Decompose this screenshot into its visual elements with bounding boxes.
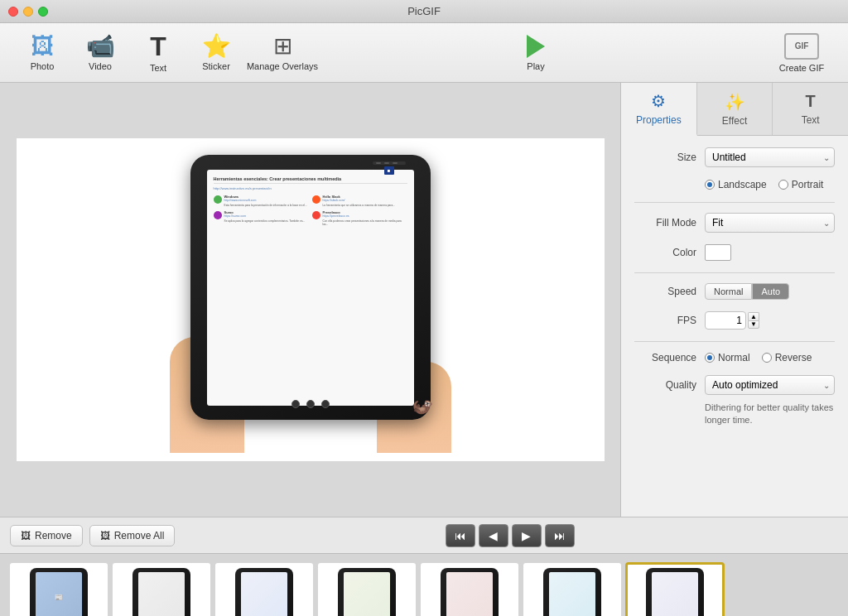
- fps-label: FPS: [634, 315, 696, 326]
- mini-screen-5: [446, 572, 493, 616]
- size-row: Size Untitled ⌄: [634, 147, 835, 167]
- video-label: Video: [89, 61, 112, 71]
- fps-input-wrap: ▲ ▼: [705, 311, 759, 330]
- title-bar: PicGIF: [0, 0, 848, 23]
- film-item-5[interactable]: 5: [421, 563, 518, 616]
- portrait-label: Portrait: [792, 179, 824, 190]
- canvas-frame: Herramientas esenciales: Crear presentac…: [17, 138, 605, 461]
- create-gif-button[interactable]: GIF Create GIF: [768, 33, 835, 73]
- nav-prev-button[interactable]: ◀: [479, 524, 508, 547]
- window-controls[interactable]: [8, 7, 48, 17]
- right-panel: ⚙ Properties ✨ Effect T Text Size Untitl…: [620, 83, 848, 517]
- bottom-controls: 🖼 Remove 🖼 Remove All ⏮ ◀ ▶ ⏭: [0, 517, 848, 553]
- sequence-normal-radio[interactable]: Normal: [705, 352, 750, 363]
- film-item-7[interactable]: 7: [626, 563, 724, 616]
- tab-effect-label: Effect: [722, 115, 747, 127]
- film-thumb-5: [421, 563, 518, 616]
- manage-label: Manage Overlays: [247, 61, 318, 71]
- toolbar-sticker[interactable]: ⭐ Sticker: [187, 28, 245, 78]
- film-item-3[interactable]: 3: [215, 563, 313, 616]
- fill-mode-row: Fill Mode Fit Fill Stretch ⌄: [634, 213, 835, 233]
- film-thumb-7: [626, 563, 724, 616]
- nav-first-icon: ⏮: [455, 529, 466, 542]
- speed-row: Speed Normal Auto: [634, 283, 835, 300]
- maximize-button[interactable]: [38, 7, 48, 17]
- fps-stepper: ▲ ▼: [748, 312, 759, 329]
- nav-next-button[interactable]: ▶: [512, 524, 542, 547]
- orientation-row: Landscape Portrait: [705, 179, 835, 190]
- nav-last-button[interactable]: ⏭: [545, 524, 575, 547]
- tab-text-label: Text: [802, 114, 820, 126]
- nav-prev-icon: ◀: [489, 529, 498, 542]
- film-item-2[interactable]: 2: [113, 563, 210, 616]
- mini-tablet-3: [235, 568, 293, 616]
- create-gif-label: Create GIF: [779, 63, 824, 73]
- size-select-wrapper: Untitled ⌄: [705, 147, 835, 167]
- mini-screen-2: [138, 572, 185, 616]
- play-button[interactable]: Play: [527, 35, 545, 71]
- close-button[interactable]: [8, 7, 18, 17]
- canvas-area: Herramientas esenciales: Crear presentac…: [0, 83, 620, 517]
- fill-mode-select-wrapper: Fit Fill Stretch ⌄: [705, 213, 835, 233]
- nav-last-icon: ⏭: [554, 529, 566, 542]
- speed-auto-btn[interactable]: Auto: [752, 283, 789, 300]
- toolbar-photo[interactable]: 🖼 Photo: [13, 28, 71, 78]
- nav-first-button[interactable]: ⏮: [446, 524, 475, 547]
- mini-tablet-5: [441, 568, 499, 616]
- sequence-row: Sequence Normal Reverse: [634, 352, 835, 363]
- portrait-radio-circle: [778, 180, 788, 190]
- sticker-icon: ⭐: [202, 35, 231, 58]
- panel-tabs: ⚙ Properties ✨ Effect T Text: [621, 83, 848, 136]
- play-label: Play: [527, 61, 544, 71]
- size-select[interactable]: Untitled: [705, 147, 835, 167]
- speed-normal-btn[interactable]: Normal: [705, 283, 752, 300]
- landscape-radio[interactable]: Landscape: [705, 179, 767, 190]
- mini-tablet-1: 📰: [30, 568, 88, 616]
- toolbar-manage[interactable]: ⊞ Manage Overlays: [245, 28, 320, 78]
- landscape-radio-circle: [705, 180, 715, 190]
- toolbar-text[interactable]: T Text: [129, 28, 187, 78]
- fps-input[interactable]: [705, 311, 746, 330]
- film-thumb-2: [113, 563, 210, 616]
- portrait-radio[interactable]: Portrait: [778, 179, 824, 190]
- video-icon: 📹: [86, 35, 115, 58]
- mini-tablet-6: [543, 568, 601, 616]
- fps-row: FPS ▲ ▼: [634, 311, 835, 330]
- quality-label: Quality: [634, 379, 696, 391]
- gif-icon: GIF: [784, 33, 819, 60]
- filmstrip: 📰 1 2 3 4: [0, 553, 848, 616]
- tab-properties[interactable]: ⚙ Properties: [621, 83, 697, 136]
- photo-label: Photo: [31, 61, 55, 71]
- sequence-normal-label: Normal: [718, 352, 750, 363]
- quality-row: Quality Auto optimized Best Normal Low ⌄: [634, 375, 835, 395]
- tab-effect[interactable]: ✨ Effect: [697, 83, 773, 135]
- remove-button[interactable]: 🖼 Remove: [10, 525, 83, 546]
- fps-down-btn[interactable]: ▼: [748, 320, 759, 329]
- tab-properties-label: Properties: [636, 114, 682, 126]
- remove-all-button[interactable]: 🖼 Remove All: [89, 525, 176, 546]
- fps-up-btn[interactable]: ▲: [748, 312, 759, 320]
- remove-label: Remove: [35, 530, 72, 541]
- speed-group: Normal Auto: [705, 283, 789, 300]
- toolbar-video[interactable]: 📹 Video: [71, 28, 129, 78]
- landscape-label: Landscape: [718, 179, 767, 190]
- mini-screen-1: 📰: [36, 572, 82, 616]
- film-item-4[interactable]: 4: [318, 563, 416, 616]
- mini-tablet-4: [338, 568, 396, 616]
- main-area: Herramientas esenciales: Crear presentac…: [0, 83, 848, 517]
- mini-screen-6: [549, 572, 595, 616]
- film-item-1[interactable]: 📰 1: [10, 563, 108, 616]
- sequence-reverse-radio[interactable]: Reverse: [762, 352, 812, 363]
- remove-all-icon: 🖼: [100, 530, 110, 541]
- film-item-6[interactable]: 6: [523, 563, 621, 616]
- tab-text[interactable]: T Text: [773, 83, 848, 135]
- toolbar: 🖼 Photo 📹 Video T Text ⭐ Sticker ⊞ Manag…: [0, 23, 848, 83]
- minimize-button[interactable]: [23, 7, 33, 17]
- fill-mode-select[interactable]: Fit Fill Stretch: [705, 213, 835, 233]
- color-swatch[interactable]: [705, 244, 731, 261]
- quality-select[interactable]: Auto optimized Best Normal Low: [705, 375, 835, 395]
- text-icon: T: [150, 33, 166, 60]
- app-title: PicGIF: [407, 5, 441, 17]
- mini-tablet-2: [132, 568, 190, 616]
- effect-icon: ✨: [725, 92, 745, 112]
